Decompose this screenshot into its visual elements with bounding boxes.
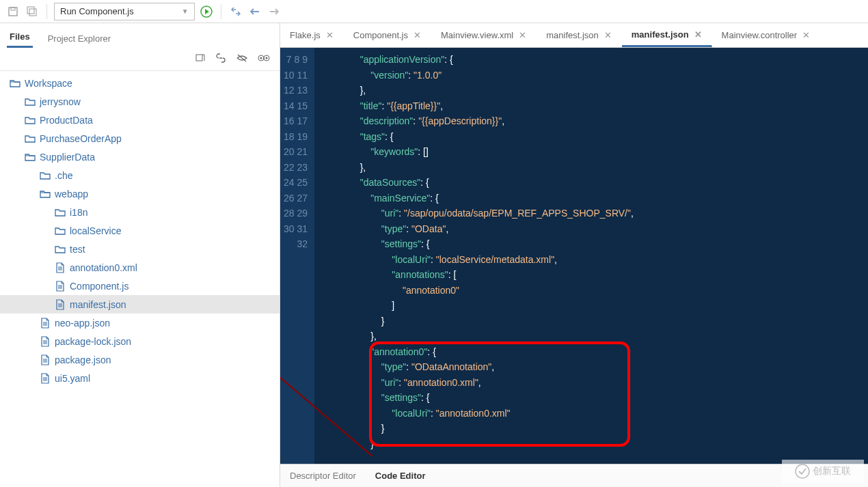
tree-item[interactable]: SupplierData: [0, 148, 280, 166]
editor-tab-label: manifest.json: [546, 30, 599, 40]
top-toolbar: Run Component.js ▼: [0, 0, 868, 23]
save-all-icon[interactable]: [25, 4, 40, 19]
folder-icon: [55, 207, 66, 218]
close-icon[interactable]: ✕: [326, 30, 334, 40]
left-panel: Files Project Explorer Workspacejerrysno…: [0, 23, 280, 487]
tree-item[interactable]: PurchaseOrderApp: [0, 129, 280, 148]
svg-rect-3: [29, 9, 36, 16]
close-icon[interactable]: ✕: [694, 29, 702, 40]
tree-item-label: ui5.yaml: [55, 373, 90, 384]
editor-tab[interactable]: Mainview.view.xml✕: [431, 23, 537, 47]
tree-item-label: i18n: [70, 207, 87, 218]
folder-icon: [40, 170, 51, 181]
line-gutter: 7 8 9 10 11 12 13 14 15 16 17 18 19 20 2…: [280, 48, 314, 464]
folder-open-icon: [10, 78, 21, 89]
svg-rect-6: [196, 55, 202, 61]
run-config-label: Run Component.js: [60, 6, 134, 16]
svg-point-10: [266, 57, 268, 59]
tree-item-label: Component.js: [70, 281, 128, 292]
editor-tabstrip: Flake.js✕Component.js✕Mainview.view.xml✕…: [280, 23, 868, 48]
editor-tab-label: Component.js: [353, 30, 408, 40]
code-editor[interactable]: 7 8 9 10 11 12 13 14 15 16 17 18 19 20 2…: [280, 48, 868, 464]
tree-item-label: .che: [55, 170, 72, 181]
editor-tab-label: Mainview.view.xml: [441, 30, 513, 40]
editor-tab-label: Mainview.controller: [722, 30, 798, 40]
folder-icon: [55, 225, 66, 236]
close-icon[interactable]: ✕: [802, 30, 810, 40]
editor-tab[interactable]: manifest.json✕: [537, 23, 622, 47]
file-tree[interactable]: WorkspacejerrysnowProductDataPurchaseOrd…: [0, 71, 280, 487]
file-icon: [40, 354, 51, 365]
file-icon: [40, 318, 51, 329]
folder-icon: [25, 96, 36, 107]
run-button[interactable]: [199, 4, 214, 19]
editor-tab-label: manifest.json: [632, 29, 689, 40]
tab-descriptor-editor[interactable]: Descriptor Editor: [290, 471, 356, 481]
svg-rect-0: [9, 8, 17, 16]
tree-item-label: jerrysnow: [40, 96, 81, 107]
editor-tab[interactable]: Mainview.controller✕: [712, 23, 821, 47]
tree-item[interactable]: annotation0.xml: [0, 258, 280, 277]
tool-icon-1[interactable]: [195, 53, 206, 66]
tree-toolbar: [0, 48, 280, 71]
editor-tab-label: Flake.js: [290, 30, 321, 40]
nav-back-icon[interactable]: [247, 4, 262, 19]
close-icon[interactable]: ✕: [413, 30, 421, 40]
folder-open-icon: [40, 189, 51, 199]
tab-project-explorer[interactable]: Project Explorer: [45, 28, 113, 48]
tree-item[interactable]: jerrysnow: [0, 92, 280, 111]
eyes-icon[interactable]: [258, 54, 270, 64]
file-icon: [40, 373, 51, 384]
folder-icon: [25, 115, 36, 126]
folder-icon: [25, 133, 36, 144]
tree-item-label: PurchaseOrderApp: [40, 133, 122, 144]
tree-item[interactable]: Workspace: [0, 74, 280, 92]
watermark-logo: 创新互联: [782, 460, 864, 483]
save-icon[interactable]: [5, 4, 21, 19]
tree-item-label: localService: [70, 225, 121, 236]
editor-tab[interactable]: manifest.json✕: [622, 23, 712, 47]
tree-item[interactable]: i18n: [0, 203, 280, 221]
hide-icon[interactable]: [236, 53, 248, 65]
editor-tab[interactable]: Component.js✕: [344, 23, 431, 47]
tree-item[interactable]: manifest.json: [0, 295, 280, 314]
tree-item-label: ProductData: [40, 115, 93, 126]
tree-item-label: SupplierData: [40, 152, 95, 163]
tree-item-label: manifest.json: [70, 299, 126, 310]
tree-item-label: test: [70, 244, 85, 255]
tree-item-label: Workspace: [25, 78, 72, 89]
svg-point-33: [796, 464, 809, 478]
run-config-select[interactable]: Run Component.js ▼: [54, 3, 195, 20]
tree-item-label: package-lock.json: [55, 336, 131, 347]
tree-item[interactable]: package-lock.json: [0, 332, 280, 350]
file-icon: [55, 262, 66, 273]
folder-icon: [55, 244, 66, 255]
close-icon[interactable]: ✕: [604, 30, 612, 40]
tree-item[interactable]: webapp: [0, 184, 280, 203]
file-icon: [40, 336, 51, 347]
link-icon[interactable]: [215, 53, 226, 66]
editor-bottom-tabs: Descriptor Editor Code Editor: [280, 464, 868, 487]
close-icon[interactable]: ✕: [519, 30, 526, 40]
chevron-down-icon: ▼: [182, 8, 189, 15]
folder-open-icon: [25, 152, 36, 163]
tree-item[interactable]: neo-app.json: [0, 314, 280, 332]
tree-item[interactable]: Component.js: [0, 277, 280, 295]
tab-files[interactable]: Files: [7, 26, 33, 48]
tree-item[interactable]: .che: [0, 166, 280, 184]
tree-item-label: webapp: [55, 189, 88, 199]
tab-code-editor[interactable]: Code Editor: [375, 471, 426, 481]
nav-forward-icon[interactable]: [267, 4, 282, 19]
code-content[interactable]: "applicationVersion": { "version": "1.0.…: [314, 48, 868, 464]
tree-item[interactable]: localService: [0, 221, 280, 240]
file-icon: [55, 299, 66, 310]
tree-item-label: neo-app.json: [55, 318, 110, 329]
tree-item[interactable]: ProductData: [0, 111, 280, 129]
tree-item-label: annotation0.xml: [70, 262, 137, 273]
tree-item[interactable]: ui5.yaml: [0, 369, 280, 387]
file-icon: [55, 281, 66, 292]
tree-item[interactable]: package.json: [0, 350, 280, 369]
nav-icon-1[interactable]: [228, 4, 243, 19]
editor-tab[interactable]: Flake.js✕: [280, 23, 344, 47]
tree-item[interactable]: test: [0, 240, 280, 258]
